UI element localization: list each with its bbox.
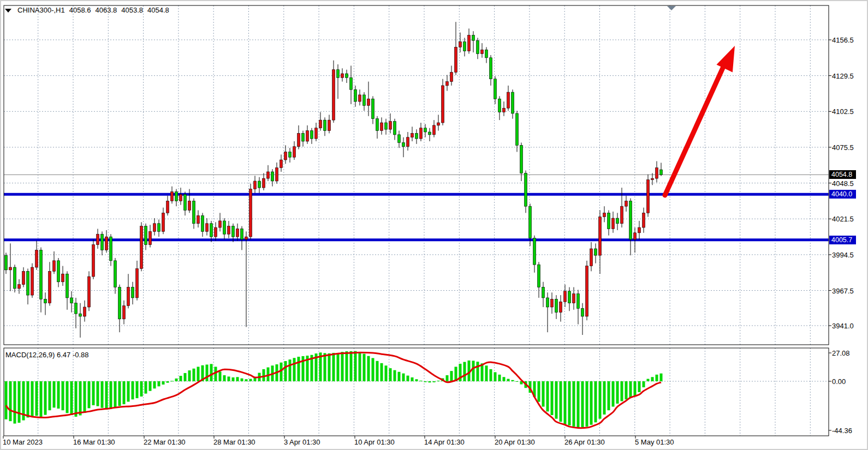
candle-body bbox=[468, 35, 471, 51]
current-price-tag: 4054.8 bbox=[829, 170, 856, 179]
macd-histogram-bar bbox=[621, 381, 623, 401]
macd-histogram-bar bbox=[328, 353, 331, 381]
time-axis-label[interactable]: 22 Mar 01:30 bbox=[144, 438, 186, 446]
macd-histogram-bar bbox=[394, 370, 396, 381]
time-axis-label[interactable]: 14 Apr 01:30 bbox=[424, 438, 465, 446]
time-axis-label[interactable]: 26 Apr 01:30 bbox=[564, 438, 605, 446]
candle-body bbox=[616, 218, 619, 224]
price-axis-label[interactable]: 4156.5 bbox=[832, 36, 854, 44]
candle-body bbox=[332, 70, 335, 120]
candle-body bbox=[40, 250, 43, 299]
candle-body bbox=[498, 99, 501, 112]
candle-body bbox=[429, 132, 431, 135]
symbol-dropdown-icon[interactable] bbox=[4, 8, 12, 13]
candle-body bbox=[507, 92, 510, 108]
macd-histogram-bar bbox=[84, 381, 86, 413]
candle-body bbox=[411, 133, 414, 137]
price-axis-label[interactable]: 3994.5 bbox=[832, 250, 854, 259]
macd-axis-label[interactable]: 0.00 bbox=[832, 377, 846, 386]
candle-body bbox=[149, 231, 152, 244]
candle-body bbox=[389, 122, 392, 130]
chart-title: CHINA300-,H1 4058.6 4063.8 4053.8 4054.8 bbox=[4, 6, 169, 14]
time-axis-label[interactable]: 28 Mar 01:30 bbox=[213, 438, 255, 446]
macd-histogram-bar bbox=[433, 381, 436, 382]
candle-body bbox=[634, 233, 637, 239]
time-axis-label[interactable]: 20 Apr 01:30 bbox=[495, 438, 535, 446]
candle-body bbox=[402, 142, 405, 146]
price-axis-label[interactable]: 3941.0 bbox=[832, 322, 854, 330]
macd-histogram-bar bbox=[175, 379, 178, 381]
macd-histogram-bar bbox=[608, 381, 610, 410]
candle-body bbox=[210, 224, 213, 237]
price-axis-label[interactable]: 3967.5 bbox=[832, 286, 854, 295]
macd-axis-label[interactable]: -44.36 bbox=[832, 427, 852, 435]
candle-body bbox=[127, 287, 130, 305]
candle-body bbox=[315, 128, 318, 139]
time-axis-label[interactable]: 3 Apr 01:30 bbox=[284, 438, 320, 446]
macd-histogram-bar bbox=[184, 373, 187, 381]
candle-body bbox=[656, 168, 658, 178]
time-axis-label[interactable]: 10 Mar 2023 bbox=[3, 438, 43, 446]
macd-histogram-bar bbox=[123, 381, 126, 404]
trading-chart-window: CHINA300-,H1 4058.6 4063.8 4053.8 4054.8… bbox=[0, 0, 868, 450]
macd-histogram-bar bbox=[656, 375, 658, 381]
time-axis-label[interactable]: 10 Apr 01:30 bbox=[354, 438, 395, 446]
macd-histogram-bar bbox=[450, 371, 453, 381]
macd-histogram-bar bbox=[40, 381, 43, 417]
macd-histogram-bar bbox=[634, 381, 637, 396]
macd-histogram-bar bbox=[188, 370, 191, 381]
macd-value: 6.47 bbox=[57, 351, 70, 359]
candle-body bbox=[311, 131, 313, 139]
macd-histogram-bar bbox=[114, 381, 117, 407]
macd-histogram-bar bbox=[354, 351, 357, 381]
price-axis-label[interactable]: 4048.5 bbox=[832, 179, 854, 187]
candle-body bbox=[651, 178, 654, 179]
time-axis-label[interactable]: 5 May 01:30 bbox=[635, 438, 674, 446]
macd-histogram-bar bbox=[241, 379, 243, 381]
candle-body bbox=[31, 267, 34, 295]
candle-body bbox=[542, 287, 545, 297]
up-arrow-shaft[interactable] bbox=[665, 64, 724, 195]
candle-body bbox=[132, 287, 134, 297]
candle-body bbox=[101, 234, 104, 250]
candle-body bbox=[446, 82, 449, 86]
candle-body bbox=[398, 135, 401, 143]
price-axis-label[interactable]: 4075.5 bbox=[832, 143, 854, 151]
candle-body bbox=[372, 99, 374, 118]
candle-body bbox=[533, 238, 536, 265]
candle-body bbox=[319, 120, 322, 128]
candle-body bbox=[219, 221, 222, 227]
macd-name: MACD(12,26,9) bbox=[5, 351, 55, 359]
candle-body bbox=[49, 271, 51, 303]
time-axis-label[interactable]: 16 Mar 01:30 bbox=[73, 438, 115, 446]
macd-histogram-bar bbox=[643, 381, 645, 387]
macd-histogram-bar bbox=[197, 367, 200, 381]
candle-body bbox=[638, 227, 641, 233]
candle-body bbox=[306, 131, 309, 141]
macd-histogram-bar bbox=[485, 365, 488, 381]
candle-body bbox=[350, 77, 353, 89]
price-chart-canvas[interactable] bbox=[1, 1, 868, 450]
candle-body bbox=[367, 99, 370, 105]
macd-histogram-bar bbox=[215, 367, 217, 381]
candle-body bbox=[546, 298, 549, 307]
macd-histogram-bar bbox=[62, 381, 64, 410]
price-axis-label[interactable]: 4129.5 bbox=[832, 71, 854, 80]
macd-histogram-bar bbox=[280, 363, 283, 381]
macd-histogram-bar bbox=[512, 380, 514, 381]
candle-body bbox=[79, 314, 82, 316]
candle-body bbox=[123, 306, 126, 319]
candle-body bbox=[14, 267, 16, 289]
price-axis-label[interactable]: 4021.5 bbox=[832, 215, 854, 223]
macd-histogram-bar bbox=[625, 381, 628, 399]
candle-body bbox=[267, 172, 270, 178]
macd-histogram-bar bbox=[463, 362, 466, 381]
macd-histogram-bar bbox=[603, 381, 606, 415]
macd-axis-label[interactable]: 27.08 bbox=[832, 349, 850, 357]
price-axis-label[interactable]: 4102.5 bbox=[832, 107, 854, 116]
macd-histogram-bar bbox=[18, 381, 21, 423]
chart-shift-marker-icon[interactable] bbox=[667, 6, 676, 10]
candle-body bbox=[516, 113, 519, 145]
macd-histogram-bar bbox=[581, 381, 584, 427]
up-arrow-head[interactable] bbox=[717, 46, 735, 72]
